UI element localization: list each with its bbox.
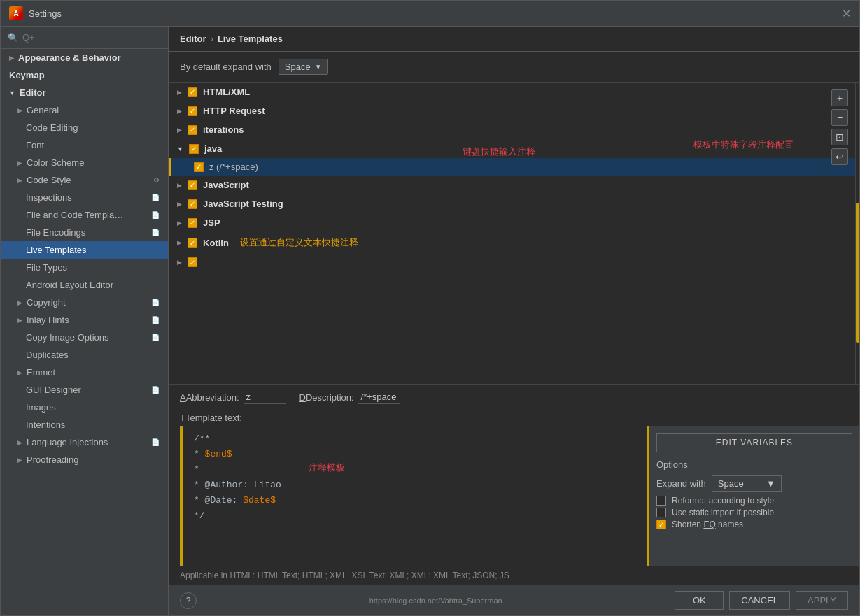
- copy-button[interactable]: ⊡: [831, 129, 848, 145]
- scrollbar-thumb[interactable]: [856, 203, 859, 343]
- group-name: HTTP Request: [203, 106, 265, 116]
- sidebar-item-inlay-hints[interactable]: ▶ Inlay Hints 📄: [1, 311, 168, 329]
- static-import-checkbox-row: Use static import if possible: [656, 508, 852, 517]
- group-checkbox[interactable]: ✓: [188, 199, 197, 209]
- group-header-javascript-testing[interactable]: ▶ ✓ JavaScript Testing: [169, 194, 855, 213]
- group-header-jsp[interactable]: ▶ ✓ JSP: [169, 213, 855, 232]
- sidebar-item-label: General: [27, 105, 59, 115]
- code-editor[interactable]: /** * $end$ * * @Author: Litao * @Date: …: [183, 426, 649, 566]
- check-icon: ✓: [196, 163, 202, 171]
- sidebar-item-label: Duplicates: [26, 350, 69, 360]
- sidebar-item-code-editing[interactable]: Code Editing: [1, 119, 168, 136]
- group-checkbox[interactable]: ✓: [188, 87, 197, 97]
- shorten-eq-checkbox[interactable]: ✓: [656, 520, 666, 529]
- template-item-z[interactable]: ✓ z (/*+space): [169, 158, 855, 176]
- sidebar-item-general[interactable]: ▶ General: [1, 101, 168, 119]
- check-icon: ✓: [190, 181, 195, 189]
- triangle-icon: ▶: [177, 127, 182, 134]
- close-button[interactable]: ✕: [842, 7, 851, 20]
- check-icon: ✓: [190, 239, 195, 247]
- description-value: /*+space: [358, 390, 400, 404]
- options-title: Options: [656, 459, 852, 470]
- group-header-iterations[interactable]: ▶ ✓ iterations: [169, 120, 855, 139]
- check-icon: ✓: [191, 145, 197, 152]
- sidebar-item-android-layout[interactable]: Android Layout Editor: [1, 276, 168, 294]
- item-checkbox[interactable]: ✓: [194, 162, 204, 172]
- group-checkbox[interactable]: ✓: [188, 180, 197, 190]
- static-import-label: Use static import if possible: [672, 508, 774, 517]
- sidebar-item-copy-image[interactable]: Copy Image Options 📄: [1, 329, 168, 346]
- settings-window: A Settings ✕ 🔍 ▶ Appearance & Behavior K…: [0, 0, 860, 616]
- help-button[interactable]: ?: [180, 592, 197, 609]
- add-button[interactable]: +: [831, 89, 848, 106]
- edit-variables-button[interactable]: EDIT VARIABLES: [656, 433, 852, 452]
- reformat-checkbox[interactable]: [656, 496, 666, 506]
- code-line-1: /**: [194, 431, 635, 447]
- sidebar-item-intentions[interactable]: Intentions: [1, 416, 168, 434]
- sidebar-item-emmet[interactable]: ▶ Emmet: [1, 364, 168, 381]
- ok-button[interactable]: OK: [675, 591, 724, 610]
- group-checkbox[interactable]: ✓: [188, 218, 197, 228]
- triangle-icon: ▶: [9, 55, 14, 62]
- sidebar-item-appearance[interactable]: ▶ Appearance & Behavior: [1, 49, 168, 66]
- sidebar-item-proofreading[interactable]: ▶ Proofreading: [1, 451, 168, 468]
- expand-with-row: Expand with Space ▼: [656, 475, 852, 492]
- static-import-checkbox[interactable]: [656, 508, 666, 517]
- group-checkbox[interactable]: ✓: [188, 257, 197, 267]
- var-end: $end$: [205, 449, 232, 459]
- sidebar-item-color-scheme[interactable]: ▶ Color Scheme: [1, 154, 168, 171]
- group-checkbox[interactable]: ✓: [188, 238, 197, 248]
- group-header-html-xml[interactable]: ▶ ✓ HTML/XML: [169, 83, 855, 101]
- sidebar-item-file-types[interactable]: File Types: [1, 259, 168, 276]
- apply-button[interactable]: APPLY: [796, 591, 848, 610]
- remove-button[interactable]: −: [831, 109, 848, 126]
- triangle-icon: ▶: [177, 259, 182, 266]
- sidebar-item-keymap[interactable]: Keymap: [1, 66, 168, 84]
- sidebar-item-live-templates[interactable]: Live Templates: [1, 241, 168, 259]
- scrollbar-area: [856, 83, 859, 384]
- sidebar-item-images[interactable]: Images: [1, 399, 168, 416]
- file-icon: 📄: [151, 438, 160, 446]
- group-name: iterations: [203, 124, 244, 135]
- revert-button[interactable]: ↩: [831, 148, 848, 165]
- sidebar-item-label: Code Style: [27, 175, 71, 185]
- breadcrumb-page: Live Templates: [218, 34, 283, 44]
- dropdown-arrow-icon: ▼: [315, 63, 322, 71]
- check-icon: ✓: [190, 88, 195, 96]
- applicable-row: Applicable in HTML: HTML Text; HTML; XML…: [169, 566, 859, 585]
- sidebar-item-editor[interactable]: ▼ Editor: [1, 84, 168, 101]
- sidebar-item-font[interactable]: Font: [1, 136, 168, 154]
- search-icon: 🔍: [8, 33, 18, 43]
- triangle-icon: ▶: [17, 439, 22, 446]
- cancel-button[interactable]: CANCEL: [729, 591, 790, 610]
- expand-with-arrow: ▼: [766, 478, 775, 489]
- triangle-icon: ▶: [17, 457, 22, 464]
- sidebar-item-file-encodings[interactable]: File Encodings 📄: [1, 224, 168, 241]
- sidebar-item-language-injections[interactable]: ▶ Language Injections 📄: [1, 434, 168, 451]
- sidebar-item-code-style[interactable]: ▶ Code Style ⚙: [1, 171, 168, 189]
- sidebar-item-copyright[interactable]: ▶ Copyright 📄: [1, 294, 168, 311]
- expand-with-select[interactable]: Space ▼: [712, 475, 782, 492]
- sidebar-item-gui-designer[interactable]: GUI Designer 📄: [1, 381, 168, 399]
- sidebar-item-file-code-templates[interactable]: File and Code Templa… 📄: [1, 206, 168, 224]
- sidebar-item-label: Inspections: [26, 192, 72, 203]
- triangle-icon: ▶: [177, 239, 182, 246]
- group-checkbox[interactable]: ✓: [188, 125, 197, 135]
- group-checkbox[interactable]: ✓: [189, 144, 199, 154]
- group-java: ▼ ✓ java ✓ z (/*+space): [169, 139, 855, 176]
- group-header-javascript[interactable]: ▶ ✓ JavaScript: [169, 176, 855, 194]
- abbreviation-value: z: [244, 390, 286, 404]
- expand-select[interactable]: Space ▼: [279, 59, 328, 75]
- sidebar-item-duplicates[interactable]: Duplicates: [1, 346, 168, 364]
- abbreviation-label: AAbbreviation:: [180, 392, 239, 403]
- group-header-kotlin[interactable]: ▶ ✓ Kotlin 设置通过自定义文本快捷注释: [169, 232, 855, 253]
- group-javascript-testing: ▶ ✓ JavaScript Testing: [169, 194, 855, 213]
- group-checkbox[interactable]: ✓: [188, 106, 197, 116]
- bottom-bar: ? https://blog.csdn.net/Vahtra_Superman …: [169, 585, 859, 615]
- search-input[interactable]: [22, 32, 161, 43]
- file-icon: 📄: [151, 316, 160, 324]
- group-header-http-request[interactable]: ▶ ✓ HTTP Request: [169, 101, 855, 120]
- sidebar-item-inspections[interactable]: Inspections 📄: [1, 189, 168, 206]
- group-header-java[interactable]: ▼ ✓ java: [169, 139, 855, 158]
- main-toolbar: By default expand with Space ▼: [169, 52, 859, 83]
